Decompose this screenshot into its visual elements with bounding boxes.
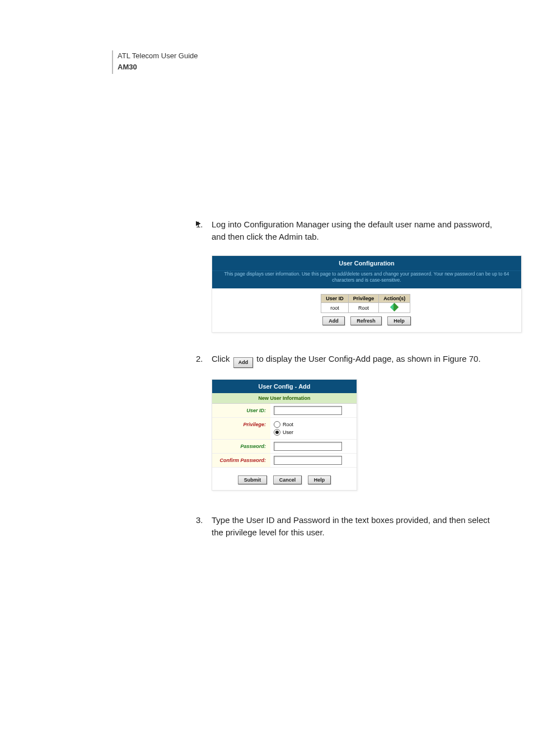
privilege-radio-group: Root User [274,420,293,437]
cell-actions [379,303,410,313]
figure-user-config-add: User Config - Add New User Information U… [212,379,357,491]
userid-input[interactable] [274,406,342,415]
cell-userid: root [321,303,349,313]
table-row: root Root [321,303,410,313]
cancel-button[interactable]: Cancel [273,475,302,484]
inline-add-button-image: Add [233,355,254,368]
row-userid: User ID: [212,404,357,418]
row-privilege: Privilege: Root User [212,418,357,440]
header-line1: ATL Telecom User Guide [118,50,198,62]
step-2-number: 2. [196,353,212,368]
fig2-title: User Config - Add [212,380,357,393]
header: ATL Telecom User Guide AM30 [118,50,198,72]
fig2-help-button[interactable]: Help [308,475,331,484]
radio-root[interactable] [274,421,280,428]
step-2-pre: Click [212,354,232,363]
step-2-post: to display the User Config-Add page, as … [254,354,480,363]
header-border [112,50,113,74]
table-header-row: User ID Privilege Action(s) [321,295,410,303]
step-2-text: Click Add to display the User Config-Add… [212,353,500,368]
confirm-password-input[interactable] [274,456,342,465]
step-1: 1. Log into Configuration Manager using … [196,218,500,243]
step-2: 2. Click Add to display the User Config-… [196,353,500,368]
th-userid: User ID [321,295,349,303]
label-privilege: Privilege: [212,418,270,439]
step-3-number: 3. [196,514,212,539]
radio-root-label: Root [283,422,293,427]
help-button[interactable]: Help [387,316,411,325]
radio-user-label: User [283,430,293,435]
header-line2: AM30 [118,62,198,73]
fig2-button-row: Submit Cancel Help [212,468,357,490]
th-actions: Action(s) [379,295,410,303]
label-confirm-password: Confirm Password: [212,454,270,467]
add-button[interactable]: Add [322,316,345,325]
figure-user-configuration: User Configuration This page displays us… [212,255,500,333]
label-userid: User ID: [212,404,270,417]
cell-privilege: Root [348,303,379,313]
password-input[interactable] [274,442,342,451]
label-password: Password: [212,440,270,453]
radio-user[interactable] [274,429,280,436]
user-table: User ID Privilege Action(s) root Root [321,294,412,325]
step-3-text: Type the User ID and Password in the tex… [212,514,500,539]
step-1-text: Log into Configuration Manager using the… [212,218,500,243]
step-3: 3. Type the User ID and Password in the … [196,514,500,539]
fig1-title: User Configuration [212,256,521,270]
page: ATL Telecom User Guide AM30 1. Log into … [0,0,534,584]
row-confirm: Confirm Password: [212,454,357,468]
refresh-button[interactable]: Refresh [350,316,382,325]
row-password: Password: [212,440,357,454]
edit-icon[interactable] [390,303,399,312]
submit-button[interactable]: Submit [238,475,268,484]
inline-add-button: Add [233,357,254,368]
fig2-subtitle: New User Information [212,393,357,404]
content: 1. Log into Configuration Manager using … [196,218,500,539]
th-privilege: Privilege [348,295,379,303]
fig1-description: This page displays user information. Use… [212,270,521,289]
